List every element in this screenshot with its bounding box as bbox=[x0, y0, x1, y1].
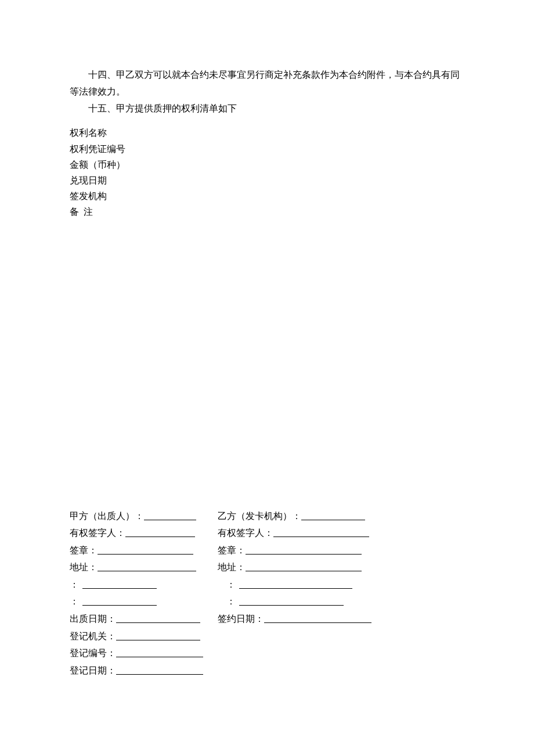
signer-b-blank bbox=[273, 528, 369, 537]
address-a-blank bbox=[98, 562, 196, 571]
reg-org-blank bbox=[116, 631, 200, 640]
seal-a-label: 签章： bbox=[70, 545, 98, 555]
signature-section: 甲方（出质人）： 乙方（发卡机构）： 有权签字人： 有权签字人： 签章： 签章：… bbox=[70, 507, 464, 679]
seal-a-blank bbox=[98, 545, 193, 555]
colon-2b: ： bbox=[226, 593, 236, 610]
party-b-label: 乙方（发卡机构）： bbox=[218, 511, 301, 521]
signer-b-label: 有权签字人： bbox=[218, 528, 273, 538]
reg-org-label: 登记机关： bbox=[70, 631, 116, 641]
address-a-label: 地址： bbox=[70, 562, 98, 572]
reg-no-blank bbox=[116, 648, 203, 657]
reg-org-row: 登记机关： bbox=[70, 628, 464, 645]
colon-2a: ： bbox=[70, 593, 79, 610]
reg-date-row: 登记日期： bbox=[70, 662, 464, 679]
signer-a-label: 有权签字人： bbox=[70, 528, 125, 538]
colon-1a-blank bbox=[82, 579, 157, 589]
paragraph-15: 十五、甲方提供质押的权利清单如下 bbox=[70, 100, 464, 117]
reg-date-label: 登记日期： bbox=[70, 665, 116, 675]
address-row: 地址： 地址： bbox=[70, 559, 464, 576]
rights-amount-label: 金额（币种） bbox=[70, 157, 464, 172]
party-a-blank bbox=[144, 511, 196, 520]
signer-a-blank bbox=[125, 528, 195, 537]
sign-date-blank bbox=[264, 614, 371, 623]
rights-note-label: 备 注 bbox=[70, 204, 464, 219]
party-row: 甲方（出质人）： 乙方（发卡机构）： bbox=[70, 507, 464, 525]
address-b-label: 地址： bbox=[218, 562, 246, 572]
pledge-date-label: 出质日期： bbox=[70, 614, 116, 624]
signer-row: 有权签字人： 有权签字人： bbox=[70, 524, 464, 542]
colon-2a-blank bbox=[82, 596, 157, 606]
party-a-label: 甲方（出质人）： bbox=[70, 511, 144, 521]
reg-no-label: 登记编号： bbox=[70, 648, 116, 658]
party-b-blank bbox=[301, 511, 365, 520]
seal-b-blank bbox=[246, 545, 362, 555]
address-b-blank bbox=[246, 562, 362, 571]
colon-1b: ： bbox=[226, 576, 236, 593]
reg-date-blank bbox=[116, 665, 203, 675]
rights-issuer-label: 签发机构 bbox=[70, 188, 464, 204]
rights-name-label: 权利名称 bbox=[70, 125, 464, 141]
seal-row: 签章： 签章： bbox=[70, 542, 464, 559]
rights-list: 权利名称 权利凭证编号 金额（币种） 兑现日期 签发机构 备 注 bbox=[70, 125, 464, 219]
date-row: 出质日期： 签约日期： bbox=[70, 610, 464, 628]
colon-row-1: ： ： bbox=[70, 576, 464, 593]
sign-date-label: 签约日期： bbox=[218, 614, 264, 624]
paragraph-14: 十四、甲乙双方可以就本合约未尽事宜另行商定补充条款作为本合约附件，与本合约具有同… bbox=[70, 67, 464, 100]
reg-no-row: 登记编号： bbox=[70, 645, 464, 662]
colon-1a: ： bbox=[70, 576, 79, 593]
colon-2b-blank bbox=[239, 596, 344, 606]
colon-row-2: ： ： bbox=[70, 593, 464, 610]
rights-cert-no-label: 权利凭证编号 bbox=[70, 141, 464, 157]
colon-1b-blank bbox=[239, 579, 352, 589]
rights-date-label: 兑现日期 bbox=[70, 172, 464, 188]
seal-b-label: 签章： bbox=[218, 545, 246, 555]
pledge-date-blank bbox=[116, 614, 200, 623]
